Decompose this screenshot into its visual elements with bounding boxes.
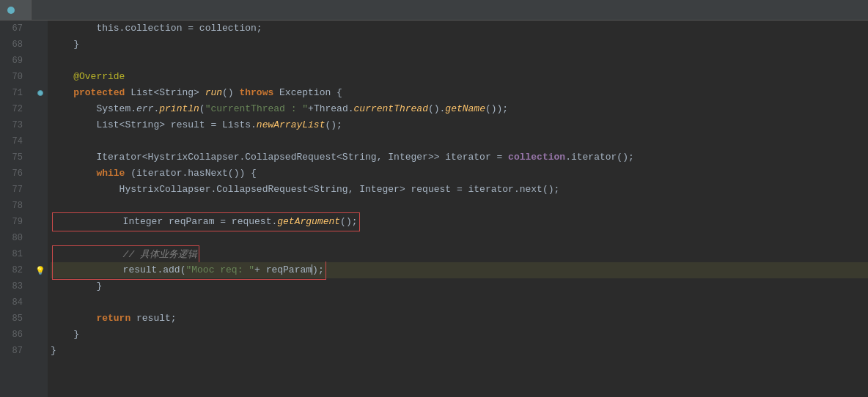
code-token: Exception {: [279, 85, 342, 101]
code-token: getName: [445, 101, 485, 117]
code-line: while (iterator.hasNext()) {: [51, 166, 868, 182]
run-indicator: [37, 90, 43, 96]
line-number: 83: [0, 278, 27, 294]
code-token: (: [199, 101, 205, 117]
gutter-cell: [33, 149, 48, 166]
gutter-cell: [33, 53, 48, 69]
code-token: result;: [130, 311, 176, 327]
code-token: println: [159, 101, 199, 117]
code-line: return result;: [51, 311, 868, 327]
line-number: 82: [0, 262, 27, 278]
tab-bar: [0, 0, 868, 21]
line-number: 73: [0, 117, 27, 133]
code-content[interactable]: this.collection = collection; } @Overrid…: [48, 21, 868, 397]
code-line: this.collection = collection;: [51, 21, 868, 37]
line-number: 84: [0, 294, 27, 311]
gutter-cell: [33, 69, 48, 85]
java-file-icon: [7, 7, 15, 14]
code-line: System.err.println("currentThread : "+Th…: [51, 101, 868, 117]
code-token: @Override: [51, 69, 125, 85]
gutter-cell: [33, 198, 48, 214]
line-number: 67: [0, 21, 27, 37]
code-token: newArrayList: [257, 117, 326, 133]
code-token: run: [205, 85, 222, 101]
code-token: ());: [485, 101, 508, 117]
editor-tab[interactable]: [0, 0, 32, 20]
gutter-cell: [33, 21, 48, 37]
line-number: 68: [0, 37, 27, 53]
code-token: ();: [325, 117, 342, 133]
gutter-cell: 💡: [33, 262, 48, 278]
code-line: }: [51, 37, 868, 53]
line-number: 69: [0, 53, 27, 69]
line-number: 78: [0, 198, 27, 214]
code-token: return: [51, 311, 130, 327]
line-number: 71: [0, 85, 27, 101]
code-token: while: [51, 166, 125, 182]
code-area: 6768697071727374757677787980818283848586…: [0, 21, 868, 397]
line-number: 74: [0, 133, 27, 149]
code-line: result.add("Mooc req: "+ reqParam);: [51, 262, 868, 278]
code-token: this.collection = collection;: [51, 21, 262, 37]
code-token: ().: [428, 101, 445, 117]
line-number: 79: [0, 214, 27, 230]
code-token: }: [51, 37, 79, 53]
highlight-box-2-bottom: result.add("Mooc req: "+ reqParam);: [52, 261, 326, 280]
gutter-cell: [33, 85, 48, 101]
line-numbers: 6768697071727374757677787980818283848586…: [0, 21, 33, 397]
line-number: 86: [0, 327, 27, 343]
line-number: 81: [0, 246, 27, 262]
code-token: }: [51, 343, 56, 359]
code-token: .iterator();: [565, 149, 634, 166]
code-token: }: [51, 278, 102, 294]
gutter-cell: [33, 343, 48, 359]
line-number: 87: [0, 343, 27, 359]
gutter-cell: [33, 278, 48, 294]
editor-container: 6768697071727374757677787980818283848586…: [0, 0, 868, 397]
code-token: err: [136, 101, 153, 117]
gutter-cell: [33, 101, 48, 117]
code-token: HystrixCollapser.CollapsedRequest<String…: [51, 182, 559, 198]
gutter-cell: [33, 327, 48, 343]
gutter-cell: [33, 133, 48, 149]
code-token: protected: [51, 85, 130, 101]
line-number: 77: [0, 182, 27, 198]
code-line: Iterator<HystrixCollapser.CollapsedReque…: [51, 149, 868, 166]
code-line: // 具体业务逻辑: [51, 246, 868, 262]
code-token: (): [222, 85, 239, 101]
code-line: HystrixCollapser.CollapsedRequest<String…: [51, 182, 868, 198]
code-token: currentThread: [354, 101, 428, 117]
code-line: List<String> result = Lists.newArrayList…: [51, 117, 868, 133]
code-line: Integer reqParam = request.getArgument()…: [51, 214, 868, 230]
gutter-cell: [33, 246, 48, 262]
line-number: 76: [0, 166, 27, 182]
gutter-cell: [33, 294, 48, 311]
code-token: System.: [51, 101, 136, 117]
code-line: [51, 294, 868, 311]
gutter-cell: [33, 214, 48, 230]
gutter-cell: [33, 230, 48, 246]
line-number: 80: [0, 230, 27, 246]
code-token: throws: [239, 85, 279, 101]
line-number: 72: [0, 101, 27, 117]
code-line: }: [51, 343, 868, 359]
gutter-cell: [33, 182, 48, 198]
gutter-cell: [33, 166, 48, 182]
code-token: List<String> result = Lists.: [51, 117, 257, 133]
highlight-box-1: Integer reqParam = request.getArgument()…: [52, 212, 360, 231]
code-token: collection: [508, 149, 565, 166]
code-line: @Override: [51, 69, 868, 85]
code-line: [51, 198, 868, 214]
gutter-cell: [33, 311, 48, 327]
code-token: }: [51, 327, 79, 343]
code-line: [51, 230, 868, 246]
gutter-cell: [33, 37, 48, 53]
gutter-cell: [33, 117, 48, 133]
code-line: [51, 133, 868, 149]
gutter: 💡: [33, 21, 48, 397]
code-token: List<String>: [130, 85, 205, 101]
code-line: protected List<String> run() throws Exce…: [51, 85, 868, 101]
code-token: (iterator.hasNext()) {: [125, 166, 256, 182]
code-line: [51, 53, 868, 69]
bulb-icon[interactable]: 💡: [35, 266, 45, 275]
